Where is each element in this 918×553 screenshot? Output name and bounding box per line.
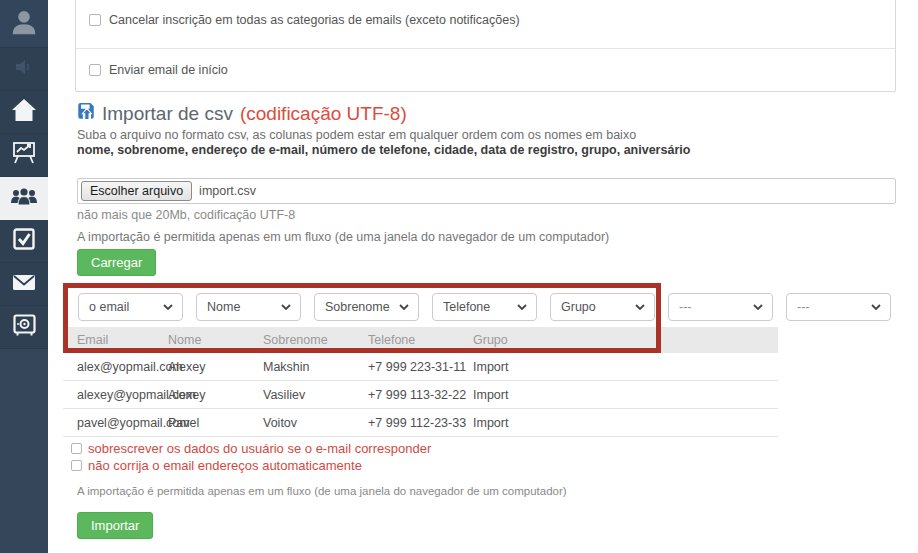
upload-button[interactable]: Carregar — [77, 249, 156, 276]
envelope-icon — [12, 274, 36, 295]
chevron-down-icon — [163, 304, 173, 310]
overwrite-label: sobrescrever os dados do usuário se o e-… — [88, 441, 431, 456]
mapping-select-name[interactable]: Nome — [196, 293, 301, 321]
col-header: Grupo — [473, 333, 778, 347]
cell-surname: Makshin — [263, 360, 368, 374]
speaker-icon — [14, 59, 34, 79]
mapping-select-value: --- — [679, 300, 692, 314]
col-header: Nome — [168, 333, 263, 347]
table-row: alexey@yopmail.com Alexey Vasiliev +7 99… — [63, 381, 778, 409]
mapping-select-email[interactable]: o email — [78, 293, 183, 321]
page-title: Importar de csv — [102, 103, 233, 125]
overwrite-option-row: sobrescrever os dados do usuário se o e-… — [71, 441, 431, 456]
choose-file-button[interactable]: Escolher arquivo — [81, 181, 192, 201]
import-csv-page: Cancelar inscrição em todas as categoria… — [0, 0, 918, 553]
table-row: pavel@yopmail.com Pavel Voitov +7 999 11… — [63, 409, 778, 437]
no-autocorrect-label: não corrija o email endereços automatica… — [88, 458, 362, 473]
cell-group: Import — [473, 360, 778, 374]
home-icon — [11, 98, 37, 126]
overwrite-checkbox[interactable] — [71, 443, 82, 454]
table-row: alex@yopmail.com Alexey Makshin +7 999 2… — [63, 353, 778, 381]
mapping-select-unused-2[interactable]: --- — [786, 293, 891, 321]
cell-name: Alexey — [168, 388, 263, 402]
mapping-select-value: --- — [797, 300, 810, 314]
sidebar-nav — [0, 0, 48, 553]
chevron-down-icon — [871, 304, 881, 310]
unsubscribe-all-label: Cancelar inscrição em todas as categoria… — [109, 13, 520, 27]
no-autocorrect-checkbox[interactable] — [71, 460, 82, 471]
sidebar-item-vault[interactable] — [0, 306, 48, 349]
column-mapping-row: o email Nome Sobrenome Telefone Grupo --… — [78, 293, 891, 321]
import-description: Suba o arquivo no formato csv, as coluna… — [77, 128, 636, 142]
page-title-note: (codificação UTF-8) — [240, 103, 407, 125]
send-welcome-row: Enviar email de início — [76, 48, 895, 91]
cell-email: alex@yopmail.com — [63, 360, 168, 374]
cell-group: Import — [473, 416, 778, 430]
import-columns-list: nome, sobrenome, endereço de e-mail, núm… — [77, 143, 690, 157]
cell-name: Alexey — [168, 360, 263, 374]
single-flow-note-bottom: A importação é permitida apenas em um fl… — [77, 485, 567, 497]
cell-group: Import — [473, 388, 778, 402]
import-icon — [77, 102, 95, 125]
sidebar-item-announce[interactable] — [0, 48, 48, 91]
col-header: Sobrenome — [263, 333, 368, 347]
cell-phone: +7 999 223-31-11 — [368, 360, 473, 374]
cell-email: pavel@yopmail.com — [63, 416, 168, 430]
sidebar-item-mail[interactable] — [0, 263, 48, 306]
table-header-row: Email Nome Sobrenome Telefone Grupo — [63, 327, 778, 353]
unsubscribe-all-checkbox[interactable] — [89, 14, 101, 26]
cell-email: alexey@yopmail.com — [63, 388, 168, 402]
preview-table: Email Nome Sobrenome Telefone Grupo alex… — [63, 327, 778, 437]
file-input[interactable]: Escolher arquivo import.csv — [77, 178, 896, 204]
sidebar-item-tasks[interactable] — [0, 220, 48, 263]
subscription-options-panel: Cancelar inscrição em todas as categoria… — [75, 0, 896, 92]
mapping-select-value: o email — [89, 300, 129, 314]
user-icon — [9, 7, 39, 41]
selected-file-name: import.csv — [199, 184, 256, 198]
mapping-select-value: Sobrenome — [325, 300, 390, 314]
send-welcome-checkbox[interactable] — [89, 64, 101, 76]
mapping-select-phone[interactable]: Telefone — [432, 293, 537, 321]
checkbox-icon — [12, 227, 36, 255]
send-welcome-label: Enviar email de início — [109, 63, 228, 77]
chevron-down-icon — [281, 304, 291, 310]
sidebar-item-stats[interactable] — [0, 134, 48, 177]
chevron-down-icon — [517, 304, 527, 310]
chart-icon — [12, 141, 36, 169]
section-heading: Importar de csv (codificação UTF-8) — [77, 102, 407, 125]
import-button[interactable]: Importar — [77, 512, 153, 539]
chevron-down-icon — [399, 304, 409, 310]
safe-icon — [13, 314, 36, 340]
cell-surname: Vasiliev — [263, 388, 368, 402]
sidebar-item-profile[interactable] — [0, 0, 48, 48]
mapping-select-value: Nome — [207, 300, 240, 314]
sidebar-item-home[interactable] — [0, 91, 48, 134]
col-header: Email — [63, 333, 168, 347]
cell-surname: Voitov — [263, 416, 368, 430]
file-size-note: não mais que 20Mb, codificação UTF-8 — [77, 208, 295, 222]
mapping-select-value: Grupo — [561, 300, 596, 314]
chevron-down-icon — [635, 304, 645, 310]
cell-phone: +7 999 112-23-33 — [368, 416, 473, 430]
chevron-down-icon — [753, 304, 763, 310]
mapping-select-unused-1[interactable]: --- — [668, 293, 773, 321]
main-content: Cancelar inscrição em todas as categoria… — [48, 0, 918, 553]
mapping-select-surname[interactable]: Sobrenome — [314, 293, 419, 321]
mapping-select-value: Telefone — [443, 300, 490, 314]
single-flow-note: A importação é permitida apenas em um fl… — [77, 230, 609, 244]
mapping-select-group[interactable]: Grupo — [550, 293, 655, 321]
people-icon — [10, 187, 38, 210]
cell-name: Pavel — [168, 416, 263, 430]
sidebar-item-contacts[interactable] — [0, 177, 48, 220]
cell-phone: +7 999 113-32-22 — [368, 388, 473, 402]
no-autocorrect-option-row: não corrija o email endereços automatica… — [71, 458, 362, 473]
unsubscribe-all-row: Cancelar inscrição em todas as categoria… — [76, 0, 895, 48]
col-header: Telefone — [368, 333, 473, 347]
